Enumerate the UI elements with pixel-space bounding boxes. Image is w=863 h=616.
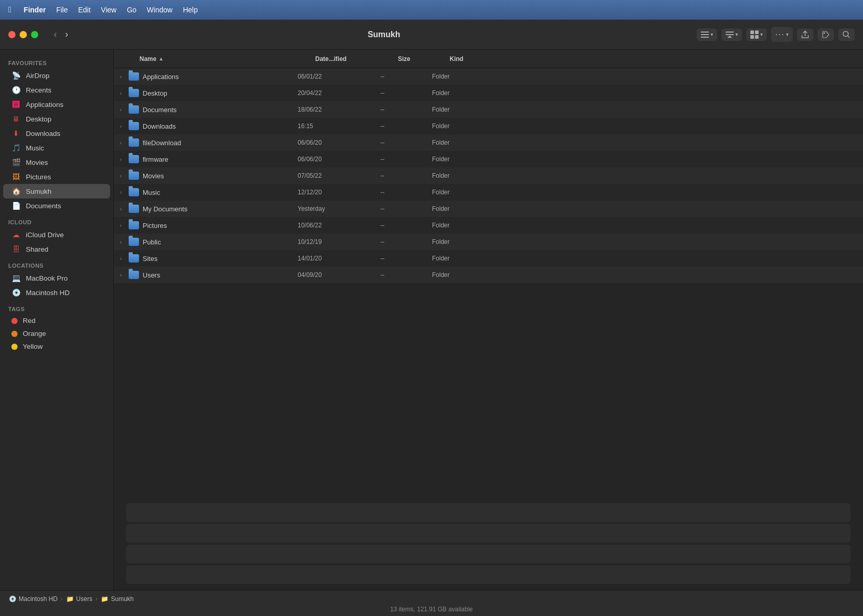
sidebar-item-icloud-drive[interactable]: ☁ iCloud Drive: [3, 227, 110, 242]
list-view-button[interactable]: ▾: [697, 28, 717, 41]
name-column-header[interactable]: Name ▲: [140, 55, 315, 63]
sidebar-item-documents[interactable]: 📄 Documents: [3, 198, 110, 213]
table-row[interactable]: ›Pictures10/06/22--Folder: [114, 217, 863, 234]
file-kind: Folder: [432, 205, 857, 212]
tag-button[interactable]: [818, 28, 834, 41]
menu-file[interactable]: File: [56, 6, 68, 14]
expand-arrow[interactable]: ›: [120, 90, 128, 96]
svg-rect-3: [726, 32, 734, 33]
sidebar-item-pictures[interactable]: 🖼 Pictures: [3, 170, 110, 184]
file-date: 20/04/22: [298, 89, 380, 97]
size-column-header[interactable]: Size: [398, 55, 450, 63]
back-button[interactable]: ‹: [51, 28, 60, 41]
sidebar-item-recents[interactable]: 🕐 Recents: [3, 83, 110, 97]
svg-rect-1: [701, 34, 709, 35]
favourites-section-label: Favourites: [0, 54, 113, 68]
documents-icon: 📄: [11, 201, 21, 210]
sidebar-item-downloads[interactable]: ⬇ Downloads: [3, 126, 110, 141]
menu-edit[interactable]: Edit: [78, 6, 90, 14]
sidebar-item-music[interactable]: 🎵 Music: [3, 141, 110, 155]
share-button[interactable]: [797, 28, 813, 41]
pictures-icon: 🖼: [11, 172, 21, 181]
table-row[interactable]: ›Sites14/01/20--Folder: [114, 250, 863, 267]
date-column-header[interactable]: Date...ified: [315, 55, 398, 63]
more-dropdown-arrow: ▾: [786, 32, 789, 37]
window-controls: [8, 31, 38, 38]
breadcrumb-users[interactable]: 📁 Users: [66, 595, 92, 603]
breadcrumb-macintosh-hd[interactable]: 💿 Macintosh HD: [8, 595, 57, 603]
table-row[interactable]: ›Movies07/05/22--Folder: [114, 167, 863, 184]
sidebar-item-airdrop[interactable]: 📡 AirDrop: [3, 68, 110, 83]
more-options-button[interactable]: ··· ▾: [771, 27, 793, 42]
expand-arrow[interactable]: ›: [120, 173, 128, 179]
table-row[interactable]: ›fileDownload06/06/20--Folder: [114, 134, 863, 151]
sidebar-item-tag-yellow[interactable]: Yellow: [3, 340, 110, 353]
group-view-button[interactable]: ▾: [746, 28, 767, 41]
home-icon: 🏠: [11, 187, 21, 196]
expand-arrow[interactable]: ›: [120, 124, 128, 129]
table-row[interactable]: ›Music12/12/20--Folder: [114, 184, 863, 201]
expand-arrow[interactable]: ›: [120, 190, 128, 195]
search-button[interactable]: [838, 28, 855, 41]
folder-icon: [128, 253, 140, 264]
sidebar-item-desktop[interactable]: 🖥 Desktop: [3, 112, 110, 126]
svg-rect-2: [701, 37, 709, 38]
macintosh-hd-label: Macintosh HD: [26, 289, 70, 297]
file-kind: Folder: [432, 172, 857, 179]
menu-view[interactable]: View: [101, 6, 116, 14]
apple-menu-icon[interactable]: : [8, 5, 11, 14]
table-row[interactable]: ›Public10/12/19--Folder: [114, 234, 863, 250]
file-name: Applications: [143, 73, 298, 81]
svg-point-12: [843, 31, 849, 36]
menu-go[interactable]: Go: [127, 6, 136, 14]
sidebar-item-applications[interactable]: 🅰 Applications: [3, 97, 110, 112]
bottom-bar: 💿 Macintosh HD › 📁 Users › 📁 Sumukh 13 i…: [0, 590, 863, 616]
minimize-button[interactable]: [20, 31, 27, 38]
sidebar-item-shared[interactable]: 🗄 Shared: [3, 242, 110, 256]
expand-arrow[interactable]: ›: [120, 239, 128, 245]
close-button[interactable]: [8, 31, 16, 38]
sort-view-button[interactable]: ▾: [721, 28, 742, 41]
sidebar-item-sumukh[interactable]: 🏠 Sumukh: [3, 184, 110, 198]
expand-arrow[interactable]: ›: [120, 272, 128, 278]
file-date: 07/05/22: [298, 172, 380, 179]
file-name: fileDownload: [143, 139, 298, 147]
breadcrumb-sumukh[interactable]: 📁 Sumukh: [101, 595, 134, 603]
maximize-button[interactable]: [31, 31, 38, 38]
expand-arrow[interactable]: ›: [120, 157, 128, 162]
expand-arrow[interactable]: ›: [120, 107, 128, 113]
file-size: --: [380, 189, 432, 196]
sidebar-item-tag-red[interactable]: Red: [3, 314, 110, 327]
forward-button[interactable]: ›: [62, 28, 71, 41]
list-dropdown-arrow: ▾: [711, 32, 713, 37]
file-list: ›Applications06/01/22--Folder›Desktop20/…: [114, 68, 863, 497]
menu-window[interactable]: Window: [147, 6, 173, 14]
red-tag-dot: [11, 318, 18, 324]
file-date: 16:15: [298, 122, 380, 130]
sidebar-item-macintosh-hd[interactable]: 💿 Macintosh HD: [3, 285, 110, 300]
expand-arrow[interactable]: ›: [120, 74, 128, 80]
table-row[interactable]: ›Users04/09/20--Folder: [114, 267, 863, 283]
svg-rect-7: [750, 30, 754, 34]
menu-help[interactable]: Help: [183, 6, 198, 14]
table-row[interactable]: ›Desktop20/04/22--Folder: [114, 85, 863, 101]
app-name[interactable]: Finder: [24, 6, 46, 14]
table-row[interactable]: ›Documents18/06/22--Folder: [114, 101, 863, 118]
table-row[interactable]: ›firmware06/06/20--Folder: [114, 151, 863, 167]
breadcrumb-users-folder-icon: 📁: [66, 595, 74, 603]
file-date: Yesterday: [298, 205, 380, 212]
expand-arrow[interactable]: ›: [120, 206, 128, 212]
expand-arrow[interactable]: ›: [120, 256, 128, 261]
ghost-row-3: [126, 545, 851, 563]
expand-arrow[interactable]: ›: [120, 223, 128, 228]
kind-column-header[interactable]: Kind: [450, 55, 857, 63]
expand-arrow[interactable]: ›: [120, 140, 128, 146]
sidebar-item-tag-orange[interactable]: Orange: [3, 327, 110, 340]
sidebar-item-macbook-pro[interactable]: 💻 MacBook Pro: [3, 271, 110, 285]
table-row[interactable]: ›Downloads16:15--Folder: [114, 118, 863, 134]
yellow-tag-dot: [11, 344, 18, 350]
sidebar-item-movies[interactable]: 🎬 Movies: [3, 155, 110, 170]
table-row[interactable]: ›My DocumentsYesterday--Folder: [114, 201, 863, 217]
table-row[interactable]: ›Applications06/01/22--Folder: [114, 68, 863, 85]
documents-label: Documents: [26, 202, 61, 210]
